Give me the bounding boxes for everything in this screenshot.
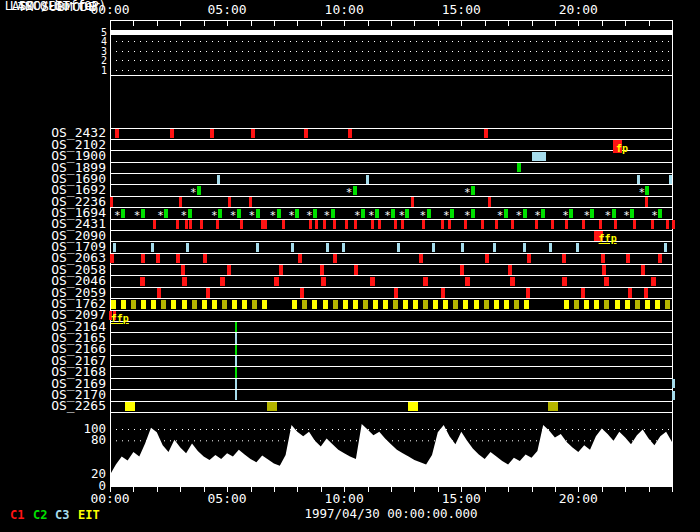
bottom-axis-hour-tick (251, 487, 252, 492)
top-axis-hour-tick (485, 21, 486, 26)
event-tick-yellow (403, 300, 408, 309)
event-tick-green (405, 209, 409, 218)
top-axis-hour-tick (297, 21, 298, 26)
event-asterisk: * (605, 210, 612, 221)
top-axis-label: 05:00 (207, 3, 247, 16)
event-tick-red (423, 277, 428, 286)
legend-item-c1: C1 (10, 509, 24, 521)
event-asterisk: * (249, 210, 256, 221)
top-axis-hour-tick (438, 21, 439, 26)
event-tick-yellow (504, 300, 509, 309)
tm-submode-value-bar (110, 30, 672, 35)
row-separator (110, 378, 672, 379)
event-tick-red (333, 254, 337, 263)
event-tick-red (371, 220, 374, 229)
top-axis-hour-tick (672, 21, 673, 26)
event-tick-red (300, 288, 304, 297)
event-tick-red (185, 220, 188, 229)
event-tick-olive (393, 300, 398, 309)
event-tick-red (644, 288, 648, 297)
event-tick-cyan (291, 243, 294, 252)
top-axis-hour-tick (110, 21, 111, 26)
event-tick-red (394, 220, 397, 229)
event-tick-yellow (594, 300, 599, 309)
event-tick-olive (222, 300, 227, 309)
event-asterisk: * (516, 210, 523, 221)
event-tick-olive (484, 300, 489, 309)
event-tick-red (320, 265, 324, 274)
event-tick-olive (267, 402, 277, 411)
event-tick-cyan (186, 243, 189, 252)
bottom-axis-hour-tick (485, 487, 486, 492)
event-tick-cyan (637, 175, 640, 184)
event-tick-olive (161, 300, 166, 309)
event-asterisk: * (114, 210, 121, 221)
bottom-axis-hour-tick (297, 487, 298, 492)
top-axis-hour-tick (414, 21, 415, 26)
event-tick-yellow (343, 300, 348, 309)
event-tick-green (541, 209, 545, 218)
row-separator (110, 173, 672, 174)
top-axis-label: 10:00 (324, 3, 364, 16)
event-tick-green (237, 209, 241, 218)
event-tick-red (216, 220, 219, 229)
tm-submode-gridline (110, 70, 672, 71)
event-tick-red (484, 129, 488, 138)
event-tick-red (448, 220, 451, 229)
bottom-axis-hour-tick (321, 487, 322, 492)
row-separator (110, 230, 672, 231)
event-asterisk: * (384, 210, 391, 221)
top-axis-hour-tick (391, 21, 392, 26)
event-tick-red (249, 197, 252, 206)
event-tick-red (220, 277, 225, 286)
bottom-axis-hour-tick (204, 487, 205, 492)
event-tick-red (411, 197, 414, 206)
event-tick-yellow (615, 300, 620, 309)
event-tick-green (256, 209, 260, 218)
event-tick-olive (514, 300, 519, 309)
event-tick-red (309, 220, 312, 229)
event-tick-green (450, 209, 454, 218)
event-tick-green (121, 209, 125, 218)
event-tick-yellow (373, 300, 378, 309)
row-separator (110, 128, 672, 129)
row-separator (110, 389, 672, 390)
event-tick-red (626, 254, 630, 263)
event-tick-green (331, 209, 335, 218)
top-axis-hour-tick (204, 21, 205, 26)
top-axis-hour-tick (649, 21, 650, 26)
event-tick-green (391, 209, 395, 218)
bottom-axis-hour-tick (602, 487, 603, 492)
event-tick-red (526, 288, 530, 297)
event-tick-yellow (151, 300, 156, 309)
event-tick-red (581, 288, 585, 297)
legend-item-eit: EIT (78, 509, 100, 521)
event-tick-red (200, 220, 203, 229)
event-tick-red (323, 220, 326, 229)
event-tick-red (251, 129, 255, 138)
top-axis-label: 00:00 (90, 3, 130, 16)
event-tick-red (551, 220, 554, 229)
event-tick-red (176, 220, 179, 229)
event-tick-red (441, 220, 444, 229)
event-tick-red (535, 220, 538, 229)
event-tick-red (510, 277, 515, 286)
event-tick-red (227, 265, 231, 274)
event-tick-red (348, 129, 352, 138)
row-separator (110, 264, 672, 265)
row-separator (110, 321, 672, 322)
tm-submode-scale-label: 1 (88, 66, 107, 76)
row-separator (110, 139, 672, 140)
event-tick-olive (574, 300, 579, 309)
marker-line-segment (235, 367, 237, 377)
event-tick-red (182, 277, 187, 286)
buffer-ytick-label: 0 (0, 480, 106, 493)
event-tick-red (633, 220, 636, 229)
event-tick-red (156, 254, 160, 263)
event-tick-yellow (443, 300, 448, 309)
event-tick-yellow (262, 300, 267, 309)
bottom-axis-hour-tick (508, 487, 509, 492)
event-tick-cyan (549, 243, 552, 252)
event-tick-green (658, 209, 662, 218)
event-tick-red (441, 288, 445, 297)
